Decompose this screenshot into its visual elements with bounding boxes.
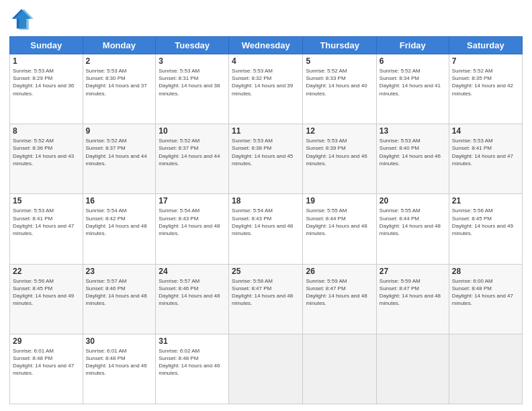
empty-cell [376,334,449,404]
day-cell-3: 3 Sunrise: 5:53 AMSunset: 8:31 PMDayligh… [156,54,229,124]
day-cell-6: 6 Sunrise: 5:52 AMSunset: 8:34 PMDayligh… [376,54,449,124]
logo-icon [9,7,34,31]
day-number: 8 [13,126,80,136]
day-info: Sunrise: 5:53 AMSunset: 8:39 PMDaylight:… [306,137,373,167]
day-info: Sunrise: 5:53 AMSunset: 8:41 PMDaylight:… [13,207,80,237]
day-number: 3 [159,56,226,66]
day-number: 31 [159,336,226,346]
day-info: Sunrise: 5:54 AMSunset: 8:43 PMDaylight:… [159,207,226,237]
day-cell-23: 23 Sunrise: 5:57 AMSunset: 8:46 PMDaylig… [83,264,156,334]
day-cell-13: 13 Sunrise: 5:53 AMSunset: 8:40 PMDaylig… [376,124,449,194]
empty-cell [229,334,303,404]
header-row: SundayMondayTuesdayWednesdayThursdayFrid… [10,37,523,54]
day-number: 14 [452,126,519,136]
day-info: Sunrise: 6:00 AMSunset: 8:48 PMDaylight:… [452,277,519,308]
day-cell-10: 10 Sunrise: 5:52 AMSunset: 8:37 PMDaylig… [156,124,229,194]
calendar-table: SundayMondayTuesdayWednesdayThursdayFrid… [9,36,523,404]
week-row-3: 15 Sunrise: 5:53 AMSunset: 8:41 PMDaylig… [10,194,523,264]
day-info: Sunrise: 5:53 AMSunset: 8:41 PMDaylight:… [452,137,519,167]
day-info: Sunrise: 5:53 AMSunset: 8:30 PMDaylight:… [86,67,153,97]
day-number: 22 [13,267,80,276]
day-header-friday: Friday [376,37,449,54]
day-number: 2 [86,56,153,66]
day-info: Sunrise: 5:59 AMSunset: 8:47 PMDaylight:… [380,277,446,308]
day-number: 18 [232,196,300,205]
day-info: Sunrise: 5:53 AMSunset: 8:40 PMDaylight:… [380,137,446,167]
day-number: 26 [306,267,373,276]
day-cell-30: 30 Sunrise: 6:01 AMSunset: 8:48 PMDaylig… [83,334,156,404]
day-info: Sunrise: 5:54 AMSunset: 8:43 PMDaylight:… [232,207,300,237]
day-number: 19 [306,196,373,205]
day-cell-24: 24 Sunrise: 5:57 AMSunset: 8:46 PMDaylig… [156,264,229,334]
day-cell-22: 22 Sunrise: 5:56 AMSunset: 8:45 PMDaylig… [10,264,83,334]
day-header-wednesday: Wednesday [229,37,303,54]
day-number: 10 [159,126,226,136]
day-number: 25 [232,267,300,276]
day-cell-21: 21 Sunrise: 5:56 AMSunset: 8:45 PMDaylig… [449,194,522,264]
day-cell-8: 8 Sunrise: 5:52 AMSunset: 8:36 PMDayligh… [10,124,83,194]
day-cell-2: 2 Sunrise: 5:53 AMSunset: 8:30 PMDayligh… [83,54,156,124]
day-number: 12 [306,126,373,136]
day-info: Sunrise: 5:52 AMSunset: 8:36 PMDaylight:… [13,137,80,167]
header [9,7,523,31]
day-number: 15 [13,196,80,205]
day-info: Sunrise: 5:56 AMSunset: 8:45 PMDaylight:… [452,207,519,237]
day-number: 7 [452,56,519,66]
day-info: Sunrise: 5:52 AMSunset: 8:37 PMDaylight:… [86,137,153,167]
day-number: 13 [380,126,446,136]
day-cell-20: 20 Sunrise: 5:55 AMSunset: 8:44 PMDaylig… [376,194,449,264]
day-cell-18: 18 Sunrise: 5:54 AMSunset: 8:43 PMDaylig… [229,194,303,264]
day-info: Sunrise: 5:55 AMSunset: 8:44 PMDaylight:… [380,207,446,237]
day-info: Sunrise: 5:59 AMSunset: 8:47 PMDaylight:… [306,277,373,308]
day-number: 6 [380,56,446,66]
empty-cell [303,334,376,404]
day-header-thursday: Thursday [303,37,376,54]
day-cell-4: 4 Sunrise: 5:53 AMSunset: 8:32 PMDayligh… [229,54,303,124]
day-number: 20 [380,196,446,205]
empty-cell [449,334,522,404]
day-cell-14: 14 Sunrise: 5:53 AMSunset: 8:41 PMDaylig… [449,124,522,194]
day-cell-29: 29 Sunrise: 6:01 AMSunset: 8:48 PMDaylig… [10,334,83,404]
day-info: Sunrise: 6:01 AMSunset: 8:48 PMDaylight:… [13,347,80,377]
week-row-5: 29 Sunrise: 6:01 AMSunset: 8:48 PMDaylig… [10,334,523,404]
day-number: 27 [380,267,446,276]
day-info: Sunrise: 5:53 AMSunset: 8:38 PMDaylight:… [232,137,300,167]
day-cell-16: 16 Sunrise: 5:54 AMSunset: 8:42 PMDaylig… [83,194,156,264]
day-info: Sunrise: 5:52 AMSunset: 8:35 PMDaylight:… [452,67,519,97]
day-info: Sunrise: 6:01 AMSunset: 8:48 PMDaylight:… [86,347,153,377]
day-info: Sunrise: 6:02 AMSunset: 8:48 PMDaylight:… [159,347,226,377]
day-number: 17 [159,196,226,205]
day-header-saturday: Saturday [449,37,522,54]
day-number: 11 [232,126,300,136]
day-cell-26: 26 Sunrise: 5:59 AMSunset: 8:47 PMDaylig… [303,264,376,334]
day-number: 23 [86,267,153,276]
day-number: 24 [159,267,226,276]
day-info: Sunrise: 5:54 AMSunset: 8:42 PMDaylight:… [86,207,153,237]
day-info: Sunrise: 5:53 AMSunset: 8:31 PMDaylight:… [159,67,226,97]
day-number: 30 [86,336,153,346]
day-header-sunday: Sunday [10,37,83,54]
day-cell-28: 28 Sunrise: 6:00 AMSunset: 8:48 PMDaylig… [449,264,522,334]
week-row-1: 1 Sunrise: 5:53 AMSunset: 8:29 PMDayligh… [10,54,523,124]
day-info: Sunrise: 5:58 AMSunset: 8:47 PMDaylight:… [232,277,300,308]
day-cell-11: 11 Sunrise: 5:53 AMSunset: 8:38 PMDaylig… [229,124,303,194]
day-header-tuesday: Tuesday [156,37,229,54]
day-cell-1: 1 Sunrise: 5:53 AMSunset: 8:29 PMDayligh… [10,54,83,124]
day-number: 4 [232,56,300,66]
day-header-monday: Monday [83,37,156,54]
day-info: Sunrise: 5:55 AMSunset: 8:44 PMDaylight:… [306,207,373,237]
day-info: Sunrise: 5:53 AMSunset: 8:29 PMDaylight:… [13,67,80,97]
day-info: Sunrise: 5:52 AMSunset: 8:33 PMDaylight:… [306,67,373,97]
day-cell-7: 7 Sunrise: 5:52 AMSunset: 8:35 PMDayligh… [449,54,522,124]
day-number: 16 [86,196,153,205]
day-cell-9: 9 Sunrise: 5:52 AMSunset: 8:37 PMDayligh… [83,124,156,194]
day-info: Sunrise: 5:52 AMSunset: 8:34 PMDaylight:… [380,67,446,97]
day-info: Sunrise: 5:57 AMSunset: 8:46 PMDaylight:… [86,277,153,308]
day-cell-5: 5 Sunrise: 5:52 AMSunset: 8:33 PMDayligh… [303,54,376,124]
day-cell-15: 15 Sunrise: 5:53 AMSunset: 8:41 PMDaylig… [10,194,83,264]
day-info: Sunrise: 5:52 AMSunset: 8:37 PMDaylight:… [159,137,226,167]
week-row-2: 8 Sunrise: 5:52 AMSunset: 8:36 PMDayligh… [10,124,523,194]
day-cell-12: 12 Sunrise: 5:53 AMSunset: 8:39 PMDaylig… [303,124,376,194]
logo [9,7,38,31]
day-cell-31: 31 Sunrise: 6:02 AMSunset: 8:48 PMDaylig… [156,334,229,404]
